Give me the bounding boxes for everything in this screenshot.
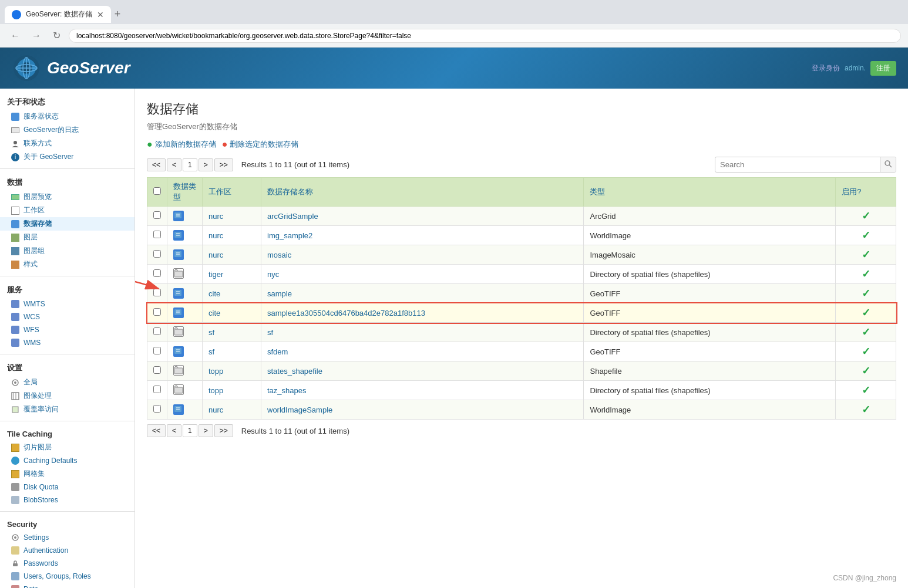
row-workspace[interactable]: cite [203,284,261,303]
sidebar-item-wmts[interactable]: WMTS [0,298,134,310]
row-type-icon [167,207,203,226]
sidebar-item-users-groups-roles[interactable]: Users, Groups, Roles [0,570,134,583]
back-button[interactable]: ← [7,28,23,43]
row-enabled: ✓ [836,381,896,400]
sidebar-item-image-processing[interactable]: 图像处理 [0,389,134,403]
row-checkbox[interactable] [153,366,161,374]
svg-rect-41 [174,406,181,412]
sidebar-item-passwords[interactable]: Passwords [0,557,134,570]
row-checkbox[interactable] [153,405,161,413]
sidebar-item-global[interactable]: 全局 [0,376,134,389]
row-name[interactable]: taz_shapes [261,381,584,400]
sidebar-item-layergroups[interactable]: 图层组 [0,244,134,258]
row-checkbox[interactable] [153,231,161,238]
row-workspace[interactable]: nurc [203,207,261,226]
col-header-workspace[interactable]: 工作区 [203,178,261,207]
row-workspace[interactable]: sf [203,342,261,361]
row-name[interactable]: states_shapefile [261,361,584,381]
prev-page-button-bottom[interactable]: < [167,424,181,437]
search-input[interactable] [715,158,880,171]
sidebar-item-datastore[interactable]: 数据存储 [0,217,134,231]
log-icon [11,126,20,135]
last-page-button-bottom[interactable]: >> [214,424,233,437]
sidebar-item-geoserver-log[interactable]: GeoServer的日志 [0,123,134,137]
passwords-icon [11,559,20,568]
row-workspace[interactable]: nurc [203,400,261,420]
row-workspace[interactable]: cite [203,303,261,323]
col-header-type[interactable]: 数据类型 [167,178,203,207]
row-checkbox[interactable] [153,308,161,316]
sidebar-item-about[interactable]: i 关于 GeoServer [0,150,134,164]
col-header-datatype[interactable]: 类型 [584,178,836,207]
sidebar-item-caching-defaults[interactable]: Caching Defaults [0,454,134,467]
delete-button-label: 删除选定的数据存储 [230,139,298,150]
row-workspace[interactable]: nurc [203,245,261,265]
row-workspace[interactable]: sf [203,323,261,342]
next-page-button-top[interactable]: > [199,158,213,171]
register-button[interactable]: 注册 [870,61,896,76]
sidebar-item-tile-layers[interactable]: 切片图层 [0,441,134,454]
pagination-top: << < 1 > >> [147,158,233,171]
sidebar-item-data[interactable]: Data [0,583,134,588]
prev-page-button-top[interactable]: < [167,158,181,171]
row-name[interactable]: sample [261,284,584,303]
login-user-link[interactable]: admin. [845,64,866,72]
row-name[interactable]: sf [261,323,584,342]
row-workspace[interactable]: nurc [203,226,261,245]
col-header-name[interactable]: 数据存储名称 [261,178,584,207]
row-workspace[interactable]: topp [203,361,261,381]
row-checkbox[interactable] [153,289,161,296]
forward-button[interactable]: → [28,28,45,43]
row-checkbox[interactable] [153,347,161,354]
current-page-button-bottom[interactable]: 1 [183,424,197,437]
first-page-button-top[interactable]: << [147,158,166,171]
select-all-checkbox[interactable] [153,187,161,195]
current-page-button-top[interactable]: 1 [183,158,197,171]
sidebar-item-layer-preview[interactable]: 图层预览 [0,190,134,204]
add-datastore-button[interactable]: ● 添加新的数据存储 [147,139,216,150]
sidebar-item-wms[interactable]: WMS [0,336,134,349]
row-checkbox[interactable] [153,211,161,219]
next-page-button-bottom[interactable]: > [199,424,213,437]
sidebar-section-tile-caching: Tile Caching 切片图层 Caching Defaults 网格集 D… [0,421,134,512]
sidebar-item-gridsets[interactable]: 网格集 [0,467,134,481]
sidebar-item-contact[interactable]: 联系方式 [0,137,134,150]
active-tab[interactable]: GeoServer: 数据存储 ✕ [5,6,111,23]
sidebar-item-disk-quota[interactable]: Disk Quota [0,481,134,494]
sidebar-item-wcs[interactable]: WCS [0,310,134,323]
sidebar-item-coverage-access[interactable]: 覆盖率访问 [0,403,134,416]
new-tab-button[interactable]: + [111,5,125,24]
row-name[interactable]: worldImageSample [261,400,584,420]
reload-button[interactable]: ↻ [49,28,64,43]
row-name[interactable]: mosaic [261,245,584,265]
sidebar-item-authentication[interactable]: Authentication [0,544,134,557]
row-workspace[interactable]: tiger [203,265,261,284]
sidebar-item-server-status[interactable]: 服务器状态 [0,110,134,123]
row-name[interactable]: arcGridSample [261,207,584,226]
tab-close-button[interactable]: ✕ [97,10,104,19]
row-checkbox[interactable] [153,250,161,258]
svg-point-7 [14,141,17,144]
sidebar-item-layers[interactable]: 图层 [0,231,134,244]
delete-datastore-button[interactable]: ● 删除选定的数据存储 [222,139,299,150]
row-name[interactable]: samplee1a305504cd6476ba4d2e782a1f8b113 [261,303,584,323]
sidebar-label-styles: 样式 [23,259,38,269]
first-page-button-bottom[interactable]: << [147,424,166,437]
row-name[interactable]: img_sample2 [261,226,584,245]
sidebar-label-contact: 联系方式 [23,138,52,148]
sidebar-item-workspace[interactable]: 工作区 [0,204,134,217]
row-checkbox[interactable] [153,386,161,393]
row-checkbox[interactable] [153,327,161,335]
sidebar-item-blobstores[interactable]: BlobStores [0,494,134,506]
sidebar-item-wfs[interactable]: WFS [0,323,134,336]
row-name[interactable]: sfdem [261,342,584,361]
sidebar-item-styles[interactable]: 样式 [0,258,134,271]
layer-icon [11,233,20,242]
section-title-data: 数据 [0,174,134,190]
row-name[interactable]: nyc [261,265,584,284]
row-checkbox[interactable] [153,269,161,277]
sidebar-item-security-settings[interactable]: Settings [0,531,134,544]
row-workspace[interactable]: topp [203,381,261,400]
address-input[interactable] [69,29,901,43]
last-page-button-top[interactable]: >> [214,158,233,171]
